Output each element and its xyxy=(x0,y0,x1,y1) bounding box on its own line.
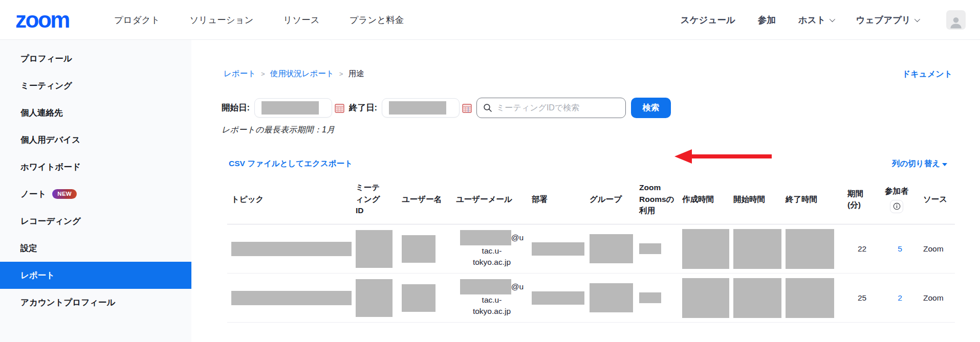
cell-participants: 2 xyxy=(881,273,919,322)
cell-user-email: @u tac.u- tokyo.ac.jp xyxy=(452,273,528,322)
sidebar-item-meetings[interactable]: ミーティング xyxy=(0,72,191,99)
nav-item-schedule[interactable]: スケジュール xyxy=(681,14,735,26)
cell-meeting-id xyxy=(352,273,398,322)
sidebar-item-personal-contacts[interactable]: 個人連絡先 xyxy=(0,99,191,126)
table-row[interactable]: @u tac.u- tokyo.ac.jp 25 2 Zoom xyxy=(227,273,955,323)
user-avatar[interactable] xyxy=(946,10,966,30)
col-header-user-name: ユーザー名 xyxy=(398,175,452,224)
sidebar-item-reports[interactable]: レポート xyxy=(0,262,191,289)
search-button[interactable]: 検索 xyxy=(631,98,671,118)
nav-left-menu: プロダクト ソリューション リソース プランと料金 xyxy=(114,14,404,26)
sidebar-item-personal-devices[interactable]: 個人用デバイス xyxy=(0,126,191,153)
redacted-zoom-rooms xyxy=(639,292,661,303)
col-header-department: 部署 xyxy=(528,175,585,224)
cell-department xyxy=(528,224,585,273)
end-date-input[interactable] xyxy=(382,98,460,118)
zoom-logo[interactable]: zoom xyxy=(15,9,69,31)
sidebar-item-account-profile[interactable]: アカウントプロフィール xyxy=(0,289,191,316)
col-header-group: グループ xyxy=(585,175,635,224)
cell-user-name xyxy=(398,273,452,322)
cell-zoom-rooms xyxy=(635,224,678,273)
meeting-id-search-input[interactable] xyxy=(496,103,620,112)
table-header-row: トピック ミーティング ID ユーザー名 ユーザーメール 部署 グループ Zoo… xyxy=(227,175,955,224)
cell-topic xyxy=(227,273,352,322)
cell-start-time xyxy=(729,224,781,273)
calendar-icon[interactable] xyxy=(335,103,344,113)
info-icon[interactable] xyxy=(890,200,903,213)
calendar-icon[interactable] xyxy=(462,103,472,113)
sidebar-item-notes[interactable]: ノート NEW xyxy=(0,180,191,208)
main-content: レポート > 使用状況レポート > 用途 ドキュメント 開始日: 終了日: xyxy=(191,40,980,342)
col-header-created-time: 作成時間 xyxy=(678,175,729,224)
redacted-topic xyxy=(231,242,352,256)
search-icon xyxy=(483,103,492,112)
redacted-start-date xyxy=(262,101,319,115)
cell-group xyxy=(585,224,635,273)
start-date-input[interactable] xyxy=(254,98,332,118)
nav-item-web-app[interactable]: ウェブアプリ xyxy=(856,14,919,26)
cell-department xyxy=(528,273,585,322)
cell-meeting-id xyxy=(352,224,398,273)
nav-item-host[interactable]: ホスト xyxy=(798,14,834,26)
chevron-down-icon xyxy=(914,16,920,21)
documentation-link[interactable]: ドキュメント xyxy=(902,69,952,80)
redacted-group xyxy=(590,234,633,263)
cell-created-time xyxy=(678,224,729,273)
nav-item-resources[interactable]: リソース xyxy=(283,14,319,26)
sidebar-item-settings[interactable]: 設定 xyxy=(0,235,191,262)
breadcrumb: レポート > 使用状況レポート > 用途 xyxy=(224,69,364,79)
redacted-topic xyxy=(231,291,352,305)
col-header-user-email: ユーザーメール xyxy=(452,175,528,224)
col-header-participants: 参加者 xyxy=(881,175,919,224)
cell-user-name xyxy=(398,224,452,273)
redacted-zoom-rooms xyxy=(639,243,661,254)
nav-item-join[interactable]: 参加 xyxy=(758,14,776,26)
col-header-duration: 期間 (分) xyxy=(843,175,881,224)
table-toolbar: CSV ファイルとしてエクスポート 列の切り替え xyxy=(229,158,947,169)
breadcrumb-separator: > xyxy=(261,70,265,78)
person-icon xyxy=(948,14,964,30)
col-header-meeting-id: ミーティング ID xyxy=(352,175,398,224)
sidebar-item-profile[interactable]: プロフィール xyxy=(0,45,191,72)
sidebar-item-whiteboard[interactable]: ホワイトボード xyxy=(0,153,191,180)
chevron-down-icon xyxy=(829,16,835,21)
cell-start-time xyxy=(729,273,781,322)
redacted-created-time xyxy=(682,278,729,318)
redacted-department xyxy=(532,242,584,256)
cell-topic xyxy=(227,224,352,273)
redacted-email-local-part xyxy=(460,279,511,294)
cell-source: Zoom xyxy=(919,273,954,322)
redacted-department xyxy=(532,291,584,305)
top-navigation: zoom プロダクト ソリューション リソース プランと料金 スケジュール 参加… xyxy=(0,0,980,40)
nav-item-products[interactable]: プロダクト xyxy=(114,14,160,26)
cell-duration: 25 xyxy=(843,273,881,322)
filter-row: 開始日: 終了日: xyxy=(222,98,671,118)
col-header-source: ソース xyxy=(919,175,954,224)
breadcrumb-reports[interactable]: レポート xyxy=(224,69,256,79)
redacted-user-name xyxy=(402,284,435,312)
cell-duration: 22 xyxy=(843,224,881,273)
participants-count-link[interactable]: 5 xyxy=(898,244,902,254)
sidebar-item-recordings[interactable]: レコーディング xyxy=(0,208,191,235)
breadcrumb-usage-reports[interactable]: 使用状況レポート xyxy=(270,69,334,79)
arrow-shaft xyxy=(688,154,772,158)
redacted-start-time xyxy=(733,229,781,269)
nav-item-plans-pricing[interactable]: プランと料金 xyxy=(350,14,404,26)
redacted-created-time xyxy=(682,229,729,269)
redacted-end-date xyxy=(389,101,446,115)
breadcrumb-separator: > xyxy=(339,70,343,78)
cell-participants: 5 xyxy=(881,224,919,273)
start-date-label: 開始日: xyxy=(222,102,250,113)
table-row[interactable]: @u tac.u- tokyo.ac.jp 22 5 Zoom xyxy=(227,224,955,273)
participants-count-link[interactable]: 2 xyxy=(898,293,902,303)
export-csv-link[interactable]: CSV ファイルとしてエクスポート xyxy=(229,158,353,169)
max-period-note: レポートの最長表示期間：1月 xyxy=(222,125,335,135)
redacted-meeting-id xyxy=(356,230,393,268)
end-date-label: 終了日: xyxy=(349,102,377,113)
redacted-end-time xyxy=(786,229,834,269)
redacted-start-time xyxy=(733,278,781,318)
col-header-topic: トピック xyxy=(227,175,352,224)
nav-item-solutions[interactable]: ソリューション xyxy=(189,14,253,26)
toggle-columns-link[interactable]: 列の切り替え xyxy=(892,158,947,169)
cell-group xyxy=(585,273,635,322)
